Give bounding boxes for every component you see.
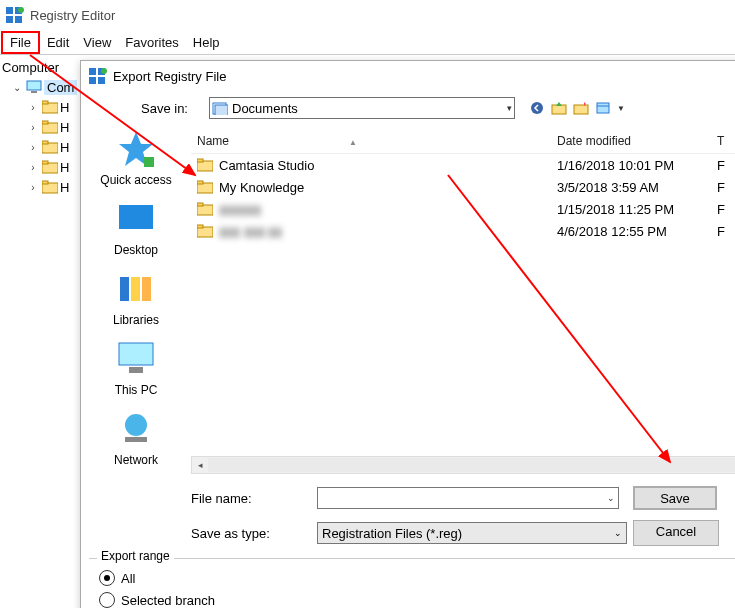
computer-icon <box>26 80 42 94</box>
caret-right-icon[interactable]: › <box>26 122 40 133</box>
cancel-button[interactable]: Cancel <box>633 520 719 546</box>
export-range-group: Export range All Selected branch <box>89 558 735 608</box>
svg-rect-37 <box>129 367 143 373</box>
svg-rect-47 <box>197 225 203 228</box>
caret-right-icon[interactable]: › <box>26 102 40 113</box>
place-quick-access[interactable]: Quick access <box>100 129 171 187</box>
menu-edit[interactable]: Edit <box>40 33 76 52</box>
menubar: File Edit View Favorites Help <box>0 30 735 54</box>
chevron-down-icon[interactable]: ⌄ <box>607 493 618 503</box>
svg-rect-2 <box>6 16 13 23</box>
radio-all[interactable]: All <box>99 567 735 589</box>
export-dialog: Export Registry File Save in: Documents … <box>80 60 735 608</box>
views-icon[interactable] <box>595 100 611 116</box>
list-item[interactable]: ▮▮▮▮▮▮1/15/2018 11:25 PMF <box>191 198 735 220</box>
svg-rect-28 <box>574 105 588 114</box>
dialog-toolbar: ▼ <box>529 100 625 116</box>
folder-icon <box>197 202 213 216</box>
libraries-icon <box>115 269 157 309</box>
dialog-title: Export Registry File <box>113 69 226 84</box>
desktop-icon <box>115 199 157 239</box>
file-name-label: File name: <box>191 491 301 506</box>
menu-file[interactable]: File <box>1 31 40 54</box>
place-desktop[interactable]: Desktop <box>114 199 158 257</box>
sort-asc-icon[interactable]: ▲ <box>349 138 357 147</box>
svg-rect-43 <box>197 181 203 184</box>
documents-icon <box>212 101 228 115</box>
radio-icon[interactable] <box>99 570 115 586</box>
place-network[interactable]: Network <box>114 409 158 467</box>
chevron-down-icon[interactable]: ▾ <box>507 103 512 113</box>
menu-favorites[interactable]: Favorites <box>118 33 185 52</box>
views-dropdown-icon[interactable]: ▼ <box>617 104 625 113</box>
save-type-label: Save as type: <box>191 526 301 541</box>
dialog-titlebar: Export Registry File <box>81 61 735 91</box>
folder-icon <box>42 140 58 154</box>
save-button[interactable]: Save <box>633 486 717 510</box>
save-in-label: Save in: <box>141 101 201 116</box>
svg-rect-32 <box>119 205 153 229</box>
caret-right-icon[interactable]: › <box>26 162 40 173</box>
file-list-header[interactable]: Name▲ Date modified T <box>191 129 735 154</box>
svg-rect-35 <box>142 277 151 301</box>
folder-icon <box>42 160 58 174</box>
svg-rect-10 <box>42 121 48 124</box>
place-this-pc[interactable]: This PC <box>115 339 158 397</box>
caret-right-icon[interactable]: › <box>26 182 40 193</box>
svg-rect-0 <box>6 7 13 14</box>
svg-rect-25 <box>215 105 228 115</box>
svg-rect-39 <box>125 437 147 442</box>
folder-icon <box>42 100 58 114</box>
up-icon[interactable] <box>551 100 567 116</box>
caret-down-icon[interactable]: ⌄ <box>10 82 24 93</box>
svg-rect-17 <box>89 68 96 75</box>
svg-point-21 <box>101 68 107 74</box>
svg-rect-16 <box>42 181 48 184</box>
svg-rect-12 <box>42 141 48 144</box>
folder-icon <box>197 158 213 172</box>
titlebar: Registry Editor <box>0 0 735 30</box>
save-in-value: Documents <box>232 101 298 116</box>
radio-icon[interactable] <box>99 592 115 608</box>
list-item[interactable]: ▮▮▮ ▮▮▮ ▮▮4/6/2018 12:55 PMF <box>191 220 735 242</box>
horizontal-scrollbar[interactable]: ◂ ▸ <box>191 456 735 474</box>
new-folder-icon[interactable] <box>573 100 589 116</box>
svg-rect-31 <box>144 157 154 167</box>
file-list[interactable]: Name▲ Date modified T Camtasia Studio1/1… <box>191 129 735 474</box>
file-name-input[interactable]: ⌄ <box>317 487 619 509</box>
svg-rect-34 <box>131 277 140 301</box>
star-icon <box>115 129 157 169</box>
list-item[interactable]: My Knowledge3/5/2018 3:59 AMF <box>191 176 735 198</box>
caret-right-icon[interactable]: › <box>26 142 40 153</box>
svg-rect-14 <box>42 161 48 164</box>
svg-rect-19 <box>89 77 96 84</box>
chevron-down-icon[interactable]: ⌄ <box>614 528 622 538</box>
places-bar: Quick access Desktop Libraries This PC N… <box>81 129 191 474</box>
svg-rect-41 <box>197 159 203 162</box>
svg-rect-45 <box>197 203 203 206</box>
window-title: Registry Editor <box>30 8 115 23</box>
svg-point-38 <box>125 414 147 436</box>
menu-view[interactable]: View <box>76 33 118 52</box>
menu-help[interactable]: Help <box>186 33 227 52</box>
svg-point-26 <box>531 102 543 114</box>
svg-point-4 <box>18 7 24 13</box>
save-type-combo[interactable]: Registration Files (*.reg)⌄ <box>317 522 627 544</box>
radio-selected-branch[interactable]: Selected branch <box>99 589 735 608</box>
tree-selected: Com <box>44 80 77 95</box>
export-range-legend: Export range <box>97 549 174 563</box>
svg-rect-8 <box>42 101 48 104</box>
svg-rect-3 <box>15 16 22 23</box>
svg-rect-6 <box>31 91 37 93</box>
list-item[interactable]: Camtasia Studio1/16/2018 10:01 PMF <box>191 154 735 176</box>
folder-icon <box>197 224 213 238</box>
back-icon[interactable] <box>529 100 545 116</box>
save-in-combo[interactable]: Documents ▾ <box>209 97 515 119</box>
scroll-track[interactable] <box>208 458 735 472</box>
scroll-left-icon[interactable]: ◂ <box>192 460 208 470</box>
save-in-row: Save in: Documents ▾ ▼ <box>81 91 735 129</box>
folder-icon <box>42 180 58 194</box>
place-libraries[interactable]: Libraries <box>113 269 159 327</box>
svg-rect-20 <box>98 77 105 84</box>
svg-rect-5 <box>27 81 41 90</box>
